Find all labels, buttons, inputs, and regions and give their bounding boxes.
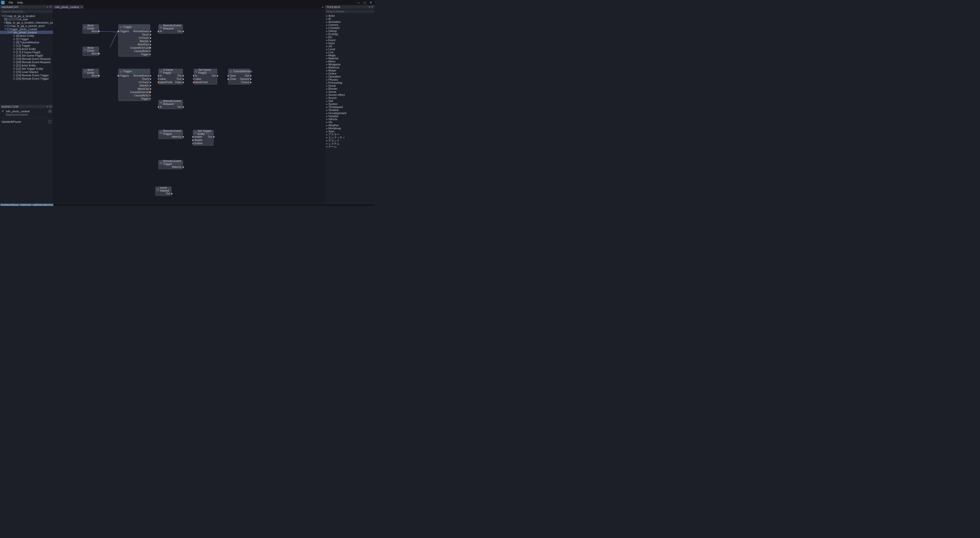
toolbox-category[interactable]: ▸Event bbox=[325, 38, 375, 41]
port-actor-out[interactable] bbox=[98, 53, 100, 54]
toolbox-category[interactable]: ▸Timedquest bbox=[325, 105, 375, 108]
toolbox-category[interactable]: ▸Constant bbox=[325, 26, 375, 29]
menu-help[interactable]: Help bbox=[15, 1, 25, 4]
port-attackout-out[interactable] bbox=[150, 44, 151, 46]
toolbox-category[interactable]: ▸Mobhunt bbox=[325, 66, 375, 69]
port-causedactor-out[interactable] bbox=[149, 95, 151, 96]
menu-file[interactable]: File bbox=[6, 1, 15, 4]
node-trigger[interactable]: Trigger TriggersRemoteEvent Touch UnTouc… bbox=[118, 24, 150, 57]
port-touch-out[interactable] bbox=[150, 34, 151, 36]
toolbox-category[interactable]: ▸Quest bbox=[325, 84, 375, 87]
node-actor-entity[interactable]: Actor Entity Actor bbox=[83, 24, 99, 34]
tab-overflow-icon[interactable]: ▾ bbox=[322, 6, 323, 9]
toolbox-category[interactable]: ▸チーム bbox=[325, 145, 375, 148]
toolbox-category[interactable]: ▸Operation bbox=[325, 75, 375, 78]
toolbox-category[interactable]: ▸Processing bbox=[325, 81, 375, 84]
port-untouch-out[interactable] bbox=[150, 81, 151, 83]
node-if-game-flag[interactable]: If Game Flag(f) InOut valueTrue label(Fi… bbox=[158, 69, 183, 85]
toolbox-category[interactable]: ▸Camera bbox=[325, 23, 375, 26]
hierarchy-item[interactable]: [0] Actor Entity bbox=[0, 34, 53, 37]
port-out[interactable] bbox=[213, 136, 215, 138]
toolbox-category[interactable]: ▸Magic bbox=[325, 54, 375, 57]
window-minimize-button[interactable]: — bbox=[355, 1, 361, 4]
port-in[interactable] bbox=[158, 30, 159, 32]
port-touch-out[interactable] bbox=[150, 78, 151, 80]
port-attackin-out[interactable] bbox=[150, 40, 151, 42]
port-enable-in[interactable] bbox=[192, 136, 194, 138]
toolbox-list[interactable]: ▸Actor▸Ai▸Animation▸Camera▸Constant▸Debu… bbox=[325, 14, 375, 203]
tab-close-icon[interactable]: × bbox=[81, 6, 83, 9]
hierarchy-item[interactable]: ▸map_le_gq_a_picture_point bbox=[0, 24, 53, 27]
port-triggers-in[interactable] bbox=[118, 75, 119, 76]
hierarchy-item[interactable]: UI_Location_hud bbox=[0, 17, 53, 21]
port-closed-out[interactable] bbox=[250, 81, 252, 83]
window-maximize-button[interactable]: ▢ bbox=[361, 1, 368, 4]
port-attackout-out[interactable] bbox=[150, 88, 151, 90]
panel-pin-icon[interactable]: ⇱ bbox=[49, 105, 51, 108]
inspector-updateatpause-checkbox[interactable] bbox=[48, 120, 51, 123]
port-actor-out[interactable] bbox=[98, 75, 100, 76]
port-label-in[interactable] bbox=[193, 81, 195, 83]
node-remote-event-trigger[interactable]: Remote Event Trigger WakeUp bbox=[158, 130, 183, 139]
node-graph-canvas[interactable]: Actor Entity Actor Actor Entity Actor Ac… bbox=[53, 9, 325, 203]
port-out[interactable] bbox=[183, 75, 184, 77]
hierarchy-item[interactable]: ▾map_le_gq_a_location bbox=[0, 14, 53, 17]
tree-twisty-icon[interactable]: ▾ bbox=[4, 27, 6, 31]
hierarchy-item[interactable]: [22] Set Trigger Entity bbox=[0, 67, 53, 70]
hierarchy-item[interactable]: [24] Remote Event Trigger bbox=[0, 73, 53, 77]
port-trigger-out[interactable] bbox=[149, 98, 151, 100]
toolbox-search[interactable] bbox=[325, 9, 375, 14]
toolbox-category[interactable]: ▸Input bbox=[325, 41, 375, 44]
toolbox-category[interactable]: ▸Worldmap bbox=[325, 127, 375, 130]
toolbox-search-input[interactable] bbox=[325, 10, 375, 13]
toolbox-category[interactable]: ▸Variable bbox=[325, 114, 375, 117]
port-value-in[interactable] bbox=[158, 78, 159, 80]
port-label-in[interactable] bbox=[158, 81, 159, 83]
node-set-trigger-entity[interactable]: Set Trigger Entity enableOut disable Ent… bbox=[193, 130, 214, 146]
hierarchy-item[interactable]: [20] Remote Event Request bbox=[0, 60, 53, 63]
port-causedactorlist-out[interactable] bbox=[149, 91, 151, 93]
port-out[interactable] bbox=[183, 30, 184, 32]
port-actor-out[interactable] bbox=[98, 30, 100, 32]
node-set-game-flag[interactable]: Set Game Flag(f) InOut value label(FixId… bbox=[194, 69, 217, 85]
hierarchy-tree[interactable]: ▾map_le_gq_a_locationUI_Location_hud▸map… bbox=[0, 14, 53, 105]
port-wakeup-out[interactable] bbox=[183, 166, 184, 168]
hierarchy-search[interactable] bbox=[0, 9, 53, 14]
hierarchy-item[interactable]: ▾info_photo_contest bbox=[0, 31, 53, 34]
port-false-out[interactable] bbox=[183, 81, 184, 83]
panel-pin-icon[interactable]: ⇱ bbox=[371, 6, 373, 8]
node-remote-event-request[interactable]: Remote Event Request InOut bbox=[158, 24, 183, 34]
toolbox-category[interactable]: ▸Menu bbox=[325, 60, 375, 63]
hierarchy-item[interactable]: ▾trigger_photo_contest bbox=[0, 27, 53, 31]
toolbox-category[interactable]: ▸Live bbox=[325, 51, 375, 54]
toolbox-category[interactable]: ▸Level bbox=[325, 48, 375, 51]
tree-twisty-icon[interactable]: ▸ bbox=[4, 24, 6, 27]
node-actor-entity[interactable]: Actor Entity Actor bbox=[83, 69, 99, 78]
hierarchy-item[interactable]: [17] If Game Flag(f) bbox=[0, 51, 53, 54]
toolbox-category[interactable]: ▸Timeline bbox=[325, 108, 375, 111]
panel-pin-icon[interactable]: ⇱ bbox=[49, 6, 51, 8]
port-trigger-out[interactable] bbox=[149, 54, 151, 55]
node-remote-event-trigger[interactable]: Remote Event Trigger WakeUp bbox=[158, 160, 183, 169]
toolbox-category[interactable]: ▸Vehicle bbox=[325, 117, 375, 121]
port-causedactorlist-out[interactable] bbox=[149, 47, 151, 49]
port-value-in[interactable] bbox=[193, 78, 195, 80]
hierarchy-item[interactable]: [15] Actor Entity bbox=[0, 47, 53, 51]
node-level-started[interactable]: Level Started Out bbox=[155, 187, 172, 196]
toolbox-category[interactable]: ▸Online bbox=[325, 72, 375, 75]
toolbox-category[interactable]: ▸Physics bbox=[325, 78, 375, 81]
panel-dropdown-icon[interactable]: ▾ bbox=[369, 6, 370, 8]
port-untouch-out[interactable] bbox=[150, 37, 151, 39]
hierarchy-item[interactable]: [19] Remote Event Request bbox=[0, 57, 53, 60]
port-disable-in[interactable] bbox=[192, 139, 194, 141]
toolbox-category[interactable]: ▸Ecology bbox=[325, 32, 375, 35]
toolbox-category[interactable]: ▸Ai bbox=[325, 17, 375, 20]
toolbox-category[interactable]: ▸Jet bbox=[325, 44, 375, 48]
tree-twisty-icon[interactable]: ▸ bbox=[4, 21, 6, 24]
port-remote-out[interactable] bbox=[150, 75, 151, 77]
port-true-out[interactable] bbox=[183, 78, 184, 80]
hierarchy-item[interactable]: [23] Level Started bbox=[0, 70, 53, 73]
toolbox-category[interactable]: ▸Swf bbox=[325, 99, 375, 102]
port-causedactor-out[interactable] bbox=[149, 50, 151, 52]
toolbox-category[interactable]: ▸Animation bbox=[325, 20, 375, 23]
